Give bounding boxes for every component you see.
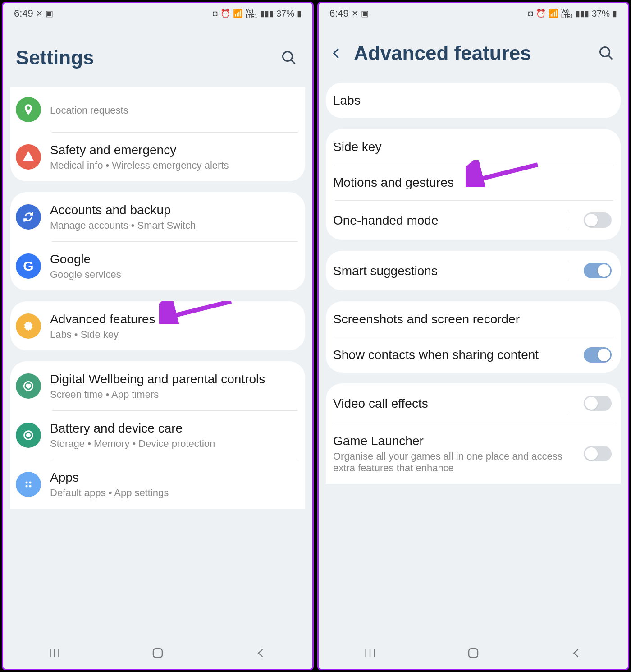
row-subtitle: Medical info • Wireless emergency alerts [50,160,296,171]
toggle-divider [567,261,567,281]
settings-list[interactable]: Location requestsSafety and emergencyMed… [3,87,312,637]
row-body: Digital Wellbeing and parental controlsS… [50,371,296,400]
home-button[interactable] [464,644,482,662]
row-title: Video call effects [333,396,558,411]
row-subtitle: Storage • Memory • Device protection [50,438,296,450]
row-subtitle: Manage accounts • Smart Switch [50,220,296,231]
recents-button[interactable] [361,644,379,662]
list-item[interactable]: GGoogleGoogle services [10,241,305,290]
advanced-list[interactable]: LabsSide keyMotions and gesturesOne-hand… [319,83,628,637]
phone-right: 6:49 ✕ ▣ ◘ ⏰ 📶 Vo)LTE1 ▮▮▮ 37% ▮ Advance… [317,2,629,670]
status-time: 6:49 [14,8,33,19]
svg-point-9 [26,485,28,487]
settings-group: Side keyMotions and gesturesOne-handed m… [326,129,621,240]
row-subtitle: Google services [50,269,296,281]
phone-left: 6:49 ✕ ▣ ◘ ⏰ 📶 Vo)LTE1 ▮▮▮ 37% ▮ Setting… [2,2,314,670]
settings-group: Video call effectsGame LauncherOrganise … [326,383,621,484]
toggle-switch[interactable] [584,212,612,228]
list-item[interactable]: Show contacts when sharing content [326,337,621,373]
alarm-icon: ⏰ [536,9,546,18]
list-item[interactable]: Location requests [10,87,305,132]
list-item[interactable]: One-handed mode [326,200,621,240]
list-item[interactable]: Screenshots and screen recorder [326,301,621,337]
page-header: Settings [3,24,312,87]
row-title: Show contacts when sharing content [333,347,575,363]
nav-bar [319,637,628,669]
nav-bar [3,637,312,669]
sync-icon [16,204,41,230]
svg-line-16 [608,55,613,60]
list-item[interactable]: AppsDefault apps • App settings [10,460,305,509]
list-item[interactable]: Game LauncherOrganise all your games all… [326,423,621,484]
list-item[interactable]: Accounts and backupManage accounts • Sma… [10,192,305,241]
list-item[interactable]: Advanced featuresLabs • Side key [10,301,305,350]
picture-icon: ▣ [46,9,53,18]
search-button[interactable] [278,47,300,69]
status-time: 6:49 [329,8,349,19]
back-chevron[interactable] [327,43,347,63]
row-title: Safety and emergency [50,142,296,158]
battery-icon: ▮ [613,9,617,18]
list-item[interactable]: Motions and gestures [326,165,621,200]
volte-icon: Vo)LTE1 [561,8,573,19]
row-body: One-handed mode [333,212,558,228]
toggle-switch[interactable] [584,263,612,278]
list-item[interactable]: Smart suggestions [326,251,621,290]
list-item[interactable]: Digital Wellbeing and parental controlsS… [10,361,305,410]
svg-rect-14 [153,649,162,658]
toggle-switch[interactable] [584,446,612,461]
row-subtitle: Default apps • App settings [50,487,296,499]
alarm-icon: ⏰ [220,9,230,18]
warning-icon [16,144,41,170]
row-subtitle: Organise all your games all in one place… [333,451,575,474]
list-item[interactable]: Side key [326,129,621,165]
settings-group: Accounts and backupManage accounts • Sma… [10,192,305,290]
row-subtitle: Labs • Side key [50,329,296,341]
home-button[interactable] [149,644,167,662]
signal-icon: ▮▮▮ [576,9,589,18]
svg-point-10 [29,485,32,487]
row-body: Video call effects [333,396,558,411]
picture-icon: ▣ [361,9,369,18]
toggle-switch[interactable] [584,396,612,411]
search-button[interactable] [595,42,617,64]
svg-rect-21 [469,649,478,658]
svg-point-7 [26,481,28,483]
svg-point-6 [27,433,30,437]
battery-pct: 37% [276,9,294,19]
row-body: Battery and device careStorage • Memory … [50,420,296,450]
missed-call-icon: ✕ [352,9,358,18]
page-header: Advanced features [319,24,628,83]
row-body: Accounts and backupManage accounts • Sma… [50,202,296,231]
settings-group: Labs [326,83,621,118]
volte-icon: Vo)LTE1 [246,8,257,19]
G-icon: G [16,253,41,279]
svg-point-0 [283,52,293,61]
toggle-divider [567,393,567,413]
list-item[interactable]: Safety and emergencyMedical info • Wirel… [10,132,305,181]
nfc-icon: ◘ [528,9,533,18]
list-item[interactable]: Video call effects [326,383,621,423]
row-title: One-handed mode [333,212,558,228]
recents-button[interactable] [46,644,64,662]
list-item[interactable]: Labs [326,83,621,118]
back-button[interactable] [252,644,270,662]
row-title: Smart suggestions [333,263,558,279]
row-body: Smart suggestions [333,263,558,279]
row-title: Google [50,251,296,267]
page-title: Advanced features [354,42,588,64]
settings-group: Smart suggestions [326,251,621,290]
row-body: Game LauncherOrganise all your games all… [333,433,575,474]
back-button[interactable] [567,644,585,662]
signal-icon: ▮▮▮ [260,9,274,18]
row-body: Location requests [50,103,296,116]
list-item[interactable]: Battery and device careStorage • Memory … [10,410,305,460]
row-body: Show contacts when sharing content [333,347,575,363]
page-title: Settings [16,46,271,69]
settings-group: Digital Wellbeing and parental controlsS… [10,361,305,509]
toggle-switch[interactable] [584,347,612,363]
row-body: AppsDefault apps • App settings [50,469,296,499]
heart-icon [16,373,41,399]
row-title: Side key [333,139,612,155]
toggle-divider [567,210,567,230]
